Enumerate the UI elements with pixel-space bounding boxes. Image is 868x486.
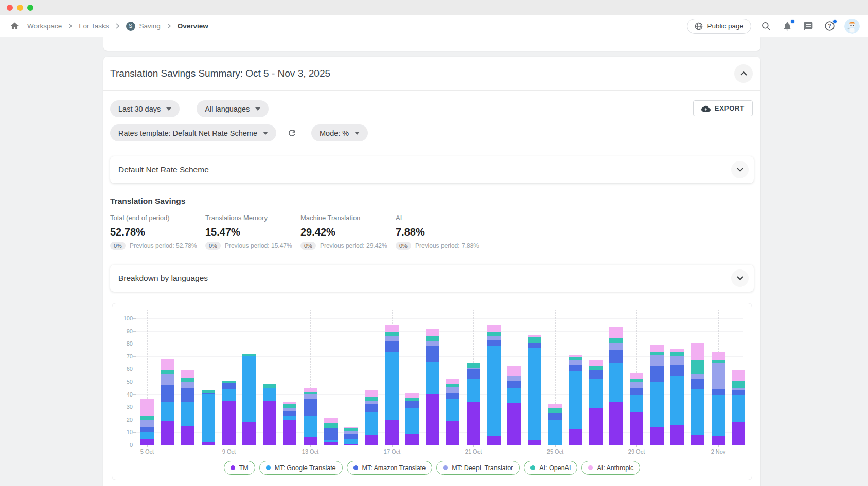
chart-bar-segment [569,360,582,365]
refresh-rates-button[interactable] [285,126,299,140]
y-gridline [136,318,743,319]
stat-label: AI [396,214,491,222]
y-axis-label: 50 [112,379,133,385]
x-axis-tick [555,445,556,447]
y-gridline [136,344,743,344]
help-icon[interactable]: ? [823,20,836,32]
user-avatar[interactable] [844,19,860,34]
chart-bar-segment [161,370,174,374]
legend-color-dot [530,465,535,470]
chart-bar-segment [712,363,725,389]
chart-bar-segment [365,397,378,401]
chart-bar-segment [630,379,643,382]
stat-value: 29.42% [300,226,396,238]
chevron-right-icon [116,23,119,29]
legend-item[interactable]: AI: OpenAI [524,461,577,475]
breadcrumb-project[interactable]: S Saving [126,22,161,31]
chart-bar-segment [263,384,276,388]
y-axis-label: 40 [112,391,133,398]
mode-dropdown[interactable]: Mode: % [311,124,368,141]
caret-down-icon [263,132,268,135]
chart-bar-segment [202,394,215,442]
savings-stats-row: Total (end of period)52.78%0%Previous pe… [110,214,754,250]
rate-scheme-panel-title: Default Net Rate Scheme [118,165,209,174]
public-page-button[interactable]: Public page [687,19,751,34]
languages-filter-label: All languages [205,105,250,113]
period-filter-dropdown[interactable]: Last 30 days [110,100,180,117]
legend-label: AI: Anthropic [597,464,633,472]
breadcrumb-group[interactable]: For Tasks [79,22,109,30]
languages-filter-dropdown[interactable]: All languages [197,100,269,117]
chart-bar-segment [324,423,338,428]
chart-bar-segment [589,408,603,445]
breakdown-languages-panel: Breakdown by languages [110,265,754,292]
y-axis-label: 30 [112,404,133,410]
chart-bar-segment [405,401,419,408]
legend-item[interactable]: MT: DeepL Translator [436,461,520,475]
chart-bar-segment [405,408,419,434]
chart-bar-segment [140,439,154,445]
legend-item[interactable]: MT: Google Translate [259,461,343,475]
legend-item[interactable]: AI: Anthropic [581,461,640,475]
x-axis-tick [636,445,637,447]
chart-bar-segment [487,436,501,445]
x-axis-tick [147,445,148,447]
chart-bar-segment [732,381,745,388]
chart-bar-segment [691,389,704,435]
stat-column: AI7.88%0%Previous period: 7.88% [396,214,491,250]
chart-bar-segment [344,439,358,444]
y-axis-line [136,310,136,445]
svg-text:?: ? [828,23,831,29]
legend-color-dot [266,465,271,470]
translation-savings-summary-card: Translation Savings Summary: Oct 5 - Nov… [103,57,760,486]
expand-breakdown-button[interactable] [731,269,749,287]
chart-bar-segment [712,389,725,395]
chart-bar-segment [242,356,256,422]
stat-label: Translations Memory [205,214,300,222]
help-notification-dot [832,19,837,24]
export-button[interactable]: EXPORT [693,100,753,116]
chart-bar-segment [691,379,704,389]
chart-bar-segment [140,427,154,432]
messages-icon[interactable] [802,20,814,32]
rates-template-dropdown[interactable]: Rates template: Default Net Rate Scheme [110,124,276,141]
x-axis-label: 25 Oct [540,448,571,455]
stat-column: Machine Translation29.42%0%Previous peri… [300,214,396,250]
chart-bar-segment [263,388,276,401]
chart-bar-segment [732,422,745,445]
window-minimize-button[interactable] [17,5,23,11]
window-zoom-button[interactable] [27,5,33,11]
legend-item[interactable]: MT: Amazon Translate [347,461,433,475]
search-icon[interactable] [760,20,772,32]
legend-label: MT: Google Translate [275,464,336,472]
expand-rate-scheme-button[interactable] [731,161,749,178]
chart-bar-segment [161,421,174,445]
chart-bar-segment [630,412,643,445]
chart-bar-segment [242,422,256,445]
chart-bar-segment [181,370,194,378]
chart-bar-segment [569,355,582,357]
chart-bar-segment [548,413,562,420]
savings-chart: TMMT: Google TranslateMT: Amazon Transla… [112,303,752,480]
notifications-bell-icon[interactable] [781,20,793,32]
chart-bar-segment [344,428,358,431]
chart-bar-segment [548,408,562,413]
legend-item[interactable]: TM [224,461,255,475]
chart-bar-segment [691,374,704,379]
notification-dot [790,19,795,24]
chart-bar-segment [161,374,174,385]
period-filter-label: Last 30 days [118,105,161,113]
chart-bar-segment [670,356,684,365]
stat-previous-period: Previous period: 15.47% [225,242,292,249]
breadcrumb-workspace[interactable]: Workspace [27,22,62,30]
project-badge: S [126,22,135,31]
chart-bar-segment [712,436,725,445]
chevron-right-icon [68,23,72,29]
chart-bar-segment [528,343,541,348]
x-axis-tick [473,445,474,447]
chart-bar-segment [487,325,501,332]
window-close-button[interactable] [7,5,13,11]
home-icon[interactable] [8,20,21,32]
y-axis-label: 10 [112,429,133,435]
collapse-summary-button[interactable] [734,64,753,83]
